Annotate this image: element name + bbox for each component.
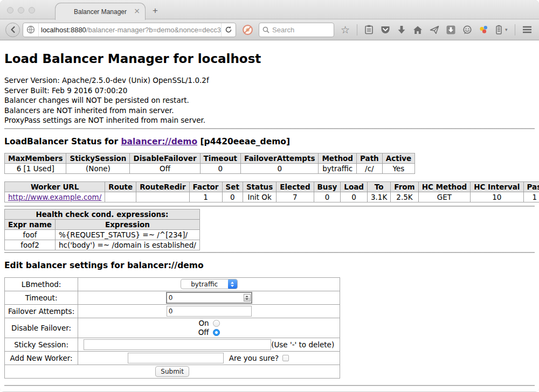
disable-failover-label: Disable Failover: [5,318,78,338]
col-expr-name: Expr name [5,219,56,229]
worker-table: Worker URL Route RouteRedir Factor Set S… [4,181,539,202]
table-row: 6 [1 Used] (None) Off 0 0 bytraffic /c/ … [5,163,415,173]
col-hc-method: HC Method [418,181,471,192]
zoom-window-button[interactable] [29,7,35,13]
content-blocked-icon[interactable] [242,24,253,36]
lbmethod-field: bytraffic [78,277,340,291]
cell-from: 2.5K [391,192,418,202]
bookmark-star-icon[interactable]: ☆ [341,25,350,35]
downloads-icon[interactable] [397,25,406,34]
globe-icon[interactable] [26,25,35,34]
col-factor: Factor [189,181,222,192]
col-passes: Passes [523,181,539,192]
cell-set: 0 [222,192,243,202]
balancer-demo-link[interactable]: balancer://demo [121,137,197,146]
radio-on[interactable] [213,320,220,327]
search-icon [262,26,270,33]
failover-attempts-input[interactable] [167,306,252,317]
note-inherit-balancers: Balancers are NOT inherited from main se… [4,106,535,116]
are-you-sure-label: Are you sure? [229,354,279,362]
col-status: Status [243,181,276,192]
balancer-status-table: MaxMembers StickySession DisableFailover… [4,153,415,174]
cell-to: 3.1K [367,192,390,202]
table-row: foof2 hc('body') =~ /domain is establish… [5,240,200,250]
forum-smiley-icon[interactable] [462,25,472,34]
col-failoverattempts: FailoverAttempts [241,153,319,163]
divider [4,206,535,207]
cell-factor: 1 [189,192,222,202]
pocket-icon[interactable] [381,25,390,34]
health-table-title: Health check cond. expressions: [5,209,200,219]
sticky-session-row: Sticky Session: (Use '-' to delete) [5,338,340,351]
tab-close-icon[interactable]: × [134,7,140,15]
select-stepper-icon [228,279,237,289]
cell-path: /c/ [357,163,383,173]
balancer-settings-form: LBmethod: bytraffic Timeout: [4,277,340,379]
status-heading: LoadBalancer Status for balancer://demo … [4,137,535,147]
col-route: Route [105,181,136,192]
search-input[interactable] [272,26,326,34]
add-worker-input[interactable] [128,353,224,363]
url-host: localhost:8880 [41,26,86,34]
page-content: Load Balancer Manager for localhost Serv… [0,40,539,391]
window-controls [7,7,35,13]
timeout-row: Timeout: [5,291,340,304]
add-worker-row: Add New Worker: Are you sure? [5,351,340,365]
server-version: Server Version: Apache/2.5.0-dev (Unix) … [4,75,535,86]
timeout-input[interactable] [166,292,252,304]
radio-off[interactable] [213,329,220,336]
tab-balancer-manager[interactable]: Balancer Manager × [55,3,146,20]
lbmethod-select[interactable]: bytraffic [181,279,238,289]
cell-worker-url: http://www.example.com/ [5,192,105,202]
cell-method: bytraffic [319,163,357,173]
col-disablefailover: DisableFailover [130,153,200,163]
new-tab-button[interactable]: + [153,5,158,16]
tab-title: Balancer Manager [74,8,127,16]
cell-expression: hc('body') =~ /domain is established/ [55,240,199,250]
server-built: Server Built: Feb 9 2016 07:00:20 [4,86,535,96]
minimize-window-button[interactable] [18,7,24,13]
menu-hamburger-icon[interactable] [522,26,532,33]
search-bar[interactable] [259,23,334,37]
url-text[interactable]: localhost:8880/balancer-manager?b=demo&n… [39,26,221,34]
table-row: foof %{REQUEST_STATUS} =~ /^[234]/ [5,229,200,240]
col-load: Load [341,181,368,192]
cell-route [105,192,136,202]
navigation-toolbar: localhost:8880/balancer-manager?b=demo&n… [0,19,539,40]
status-heading-prefix: LoadBalancer Status for [4,137,121,146]
sticky-session-input[interactable] [84,339,271,350]
submit-button[interactable]: Submit [155,366,189,377]
cell-status: Init Ok [243,192,276,202]
reload-icon[interactable] [225,26,232,33]
chevron-down-icon[interactable]: ▾ [505,27,508,32]
colordots-extension-icon[interactable] [479,25,488,34]
cell-hc-interval: 10 [471,192,523,202]
home-icon[interactable] [413,25,423,34]
page-title: Load Balancer Manager for localhost [4,51,535,66]
bookmarks-clipboard-icon[interactable] [364,25,374,34]
radio-on-label: On [198,319,209,327]
divider [4,385,535,386]
col-worker-url: Worker URL [5,181,105,192]
col-set: Set [222,181,243,192]
col-from: From [391,181,418,192]
disable-failover-field: On Off [78,318,340,338]
battery-clipboard-icon[interactable] [495,25,502,34]
cell-elected: 7 [277,192,314,202]
are-you-sure-checkbox[interactable] [282,355,289,361]
close-window-button[interactable] [7,7,13,13]
sticky-session-note: (Use '-' to delete) [271,340,334,349]
number-spinner-icon[interactable] [244,294,251,302]
add-worker-label: Add New Worker: [5,351,78,365]
note-persist: Balancer changes will NOT be persisted o… [4,95,535,106]
download-panel-icon[interactable] [446,25,455,34]
col-method: Method [319,153,357,163]
send-icon[interactable] [430,25,439,34]
cell-failoverattempts: 0 [241,163,319,173]
url-bar[interactable]: localhost:8880/balancer-manager?b=demo&n… [23,23,236,37]
worker-url-link[interactable]: http://www.example.com/ [8,193,101,201]
back-button[interactable] [5,23,20,37]
col-to: To [367,181,390,192]
table-title-row: Health check cond. expressions: [5,209,200,219]
browser-window: Balancer Manager × + localhost:8880/bala… [0,0,539,392]
